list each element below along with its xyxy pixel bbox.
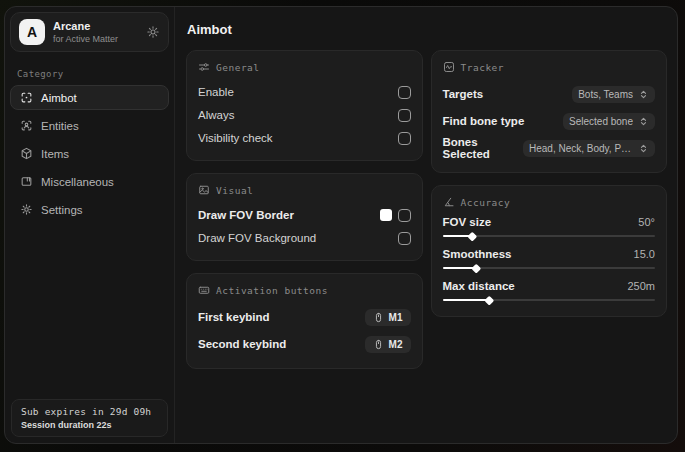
slider-thumb[interactable] [472,263,481,272]
fov-border-color-swatch[interactable] [380,209,392,221]
setting-row-draw-fov-border: Draw FOV Border [198,204,411,226]
tracker-card: Tracker Targets Bots, Teams [431,50,668,173]
gear-icon [20,203,33,216]
activation-card-title: Activation buttons [216,285,328,296]
slider-row-header: Max distance 250m [443,280,656,292]
setting-row-first-keybind: First keybind M1 [198,304,411,330]
always-checkbox[interactable] [398,109,411,122]
category-label: Category [17,69,174,79]
controls [380,209,411,222]
sliders-icon [198,61,210,73]
accuracy-card: Accuracy FOV size 50° [431,185,668,317]
sidebar-item-label: Aimbot [41,92,77,104]
cube-icon [20,147,33,160]
max-distance-slider[interactable] [443,295,656,305]
setting-label: Targets [443,88,573,100]
app-name: Arcane [53,20,138,33]
second-keybind-button[interactable]: M2 [365,336,411,353]
slider-thumb[interactable] [484,295,493,304]
setting-label: Always [198,109,398,121]
setting-row-find-bone-type: Find bone type Selected bone [443,108,656,134]
sidebar: A Arcane for Active Matter Category [5,7,175,443]
smoothness-value: 15.0 [634,248,655,260]
setting-row-bones-selected: Bones Selected Head, Neck, Body, Pe… [443,135,656,161]
sidebar-item-aimbot[interactable]: Aimbot [10,85,169,110]
targets-dropdown[interactable]: Bots, Teams [572,86,655,103]
entity-scan-icon [20,119,33,132]
enable-checkbox[interactable] [398,86,411,99]
mouse-icon [373,312,384,323]
chevrons-up-down-icon [638,89,649,100]
setting-row-always: Always [198,104,411,126]
game-backdrop: A Arcane for Active Matter Category [0,0,685,452]
main-content: Aimbot Genera [175,7,677,443]
draw-fov-background-checkbox[interactable] [398,232,411,245]
app-header-card: A Arcane for Active Matter [10,12,169,52]
general-card-header: General [198,61,411,73]
crosshair-scan-icon [20,91,33,104]
keybind-value: M1 [389,312,403,323]
fov-size-value: 50° [638,216,655,228]
slider-fill [443,267,476,269]
first-keybind-button[interactable]: M1 [365,309,411,326]
accuracy-card-title: Accuracy [461,197,511,208]
activity-icon [443,61,455,73]
slider-fill [443,299,489,301]
setting-label: Visibility check [198,132,398,144]
sidebar-item-entities[interactable]: Entities [10,113,169,138]
cheat-menu-window: A Arcane for Active Matter Category [4,6,678,444]
columns: General Enable Always Visibility check [186,50,667,369]
setting-label: Smoothness [443,248,634,260]
sidebar-menu: Aimbot Entities [5,85,174,225]
app-meta: Arcane for Active Matter [53,20,138,45]
accuracy-card-header: Accuracy [443,196,656,208]
sidebar-item-items[interactable]: Items [10,141,169,166]
setting-label: Bones Selected [443,136,524,160]
slider-fill [443,235,472,237]
draw-fov-border-checkbox[interactable] [398,209,411,222]
chevrons-up-down-icon [638,143,649,154]
setting-label: Draw FOV Border [198,209,380,221]
setting-row-targets: Targets Bots, Teams [443,81,656,107]
setting-label: FOV size [443,216,639,228]
fov-size-slider[interactable] [443,231,656,241]
chevrons-up-down-icon [638,116,649,127]
gear-icon[interactable] [146,25,160,39]
slider-thumb[interactable] [467,231,476,240]
visual-card-header: Visual [198,184,411,196]
left-column: General Enable Always Visibility check [186,50,423,369]
mouse-icon [373,339,384,350]
bones-selected-dropdown[interactable]: Head, Neck, Body, Pe… [523,140,655,157]
app-subtitle: for Active Matter [53,34,138,45]
visual-card-title: Visual [216,185,253,196]
find-bone-type-dropdown[interactable]: Selected bone [563,113,655,130]
dropdown-value: Selected bone [569,116,633,127]
slider-row-header: Smoothness 15.0 [443,248,656,260]
sidebar-item-label: Settings [41,204,83,216]
sidebar-item-label: Miscellaneous [41,176,114,188]
setting-label: Max distance [443,280,628,292]
sidebar-item-miscellaneous[interactable]: Miscellaneous [10,169,169,194]
smoothness-slider[interactable] [443,263,656,273]
general-card-title: General [216,62,260,73]
setting-label: Enable [198,86,398,98]
sidebar-item-settings[interactable]: Settings [10,197,169,222]
setting-row-smoothness: Smoothness 15.0 [443,248,656,273]
dropdown-value: Bots, Teams [578,89,633,100]
app-logo: A [19,19,45,45]
setting-label: Second keybind [198,338,365,350]
sub-expiry-text: Sub expires in 29d 09h [21,406,158,417]
max-distance-value: 250m [627,280,655,292]
setting-row-enable: Enable [198,81,411,103]
visibility-check-checkbox[interactable] [398,132,411,145]
right-column: Tracker Targets Bots, Teams [431,50,668,317]
sidebar-item-label: Items [41,148,69,160]
visual-card: Visual Draw FOV Border Draw FOV Backgrou… [186,173,423,261]
subscription-info-card: Sub expires in 29d 09h Session duration … [11,399,168,437]
general-card: General Enable Always Visibility check [186,50,423,161]
dropdown-value: Head, Neck, Body, Pe… [529,143,633,154]
angle-icon [443,196,455,208]
image-icon [198,184,210,196]
setting-label: Find bone type [443,115,564,127]
slider-row-header: FOV size 50° [443,216,656,228]
